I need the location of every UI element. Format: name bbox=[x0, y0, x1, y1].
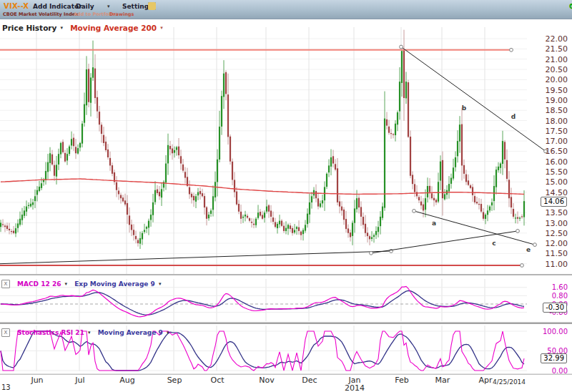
month-label-sep: Sep bbox=[167, 376, 182, 385]
candle bbox=[360, 207, 362, 217]
candle bbox=[326, 174, 327, 187]
drawing-handle[interactable] bbox=[370, 251, 373, 255]
candle bbox=[144, 230, 145, 232]
ma200-dropdown[interactable]: Moving Average 200 bbox=[70, 24, 157, 32]
chevron-down-icon[interactable]: ▾ bbox=[160, 25, 163, 31]
drawings[interactable] bbox=[0, 45, 547, 267]
drawings-link[interactable]: Drawings bbox=[109, 11, 134, 17]
lower-highs-line[interactable] bbox=[414, 211, 535, 245]
candle bbox=[51, 155, 53, 165]
candle bbox=[335, 164, 336, 170]
candle bbox=[378, 227, 379, 232]
candle bbox=[169, 146, 171, 150]
change-text: 0.74 (5.56%) bbox=[569, 2, 572, 10]
month-label-oct: Oct bbox=[210, 376, 225, 385]
annotation-letter-a[interactable]: a bbox=[432, 220, 436, 227]
candle bbox=[71, 139, 72, 145]
candle bbox=[371, 237, 373, 239]
candle bbox=[487, 210, 488, 215]
candle bbox=[142, 233, 143, 240]
drawing-handle[interactable] bbox=[510, 48, 513, 52]
candle bbox=[232, 162, 233, 180]
chevron-down-icon[interactable]: ▾ bbox=[107, 4, 110, 9]
macd-tick-label: 1.60 bbox=[552, 283, 568, 291]
candle bbox=[118, 191, 119, 195]
price-tick-label: 21.50 bbox=[546, 44, 568, 54]
chevron-down-icon[interactable]: ▾ bbox=[88, 330, 91, 335]
close-macd-pane-button[interactable]: X bbox=[1, 280, 10, 288]
candle bbox=[221, 96, 222, 127]
notes-icon[interactable] bbox=[148, 2, 156, 10]
candle bbox=[455, 157, 456, 167]
chevron-down-icon[interactable]: ▾ bbox=[60, 25, 63, 31]
candle bbox=[292, 228, 293, 233]
candle bbox=[408, 82, 409, 137]
candle bbox=[328, 165, 330, 172]
candle bbox=[390, 133, 392, 134]
candle bbox=[159, 192, 160, 196]
candle bbox=[354, 208, 355, 222]
candle bbox=[193, 196, 194, 200]
candle bbox=[448, 184, 450, 191]
candle bbox=[210, 210, 212, 214]
candle bbox=[463, 165, 465, 174]
candle bbox=[195, 196, 197, 202]
price-tick-label: 11.50 bbox=[546, 249, 568, 258]
annotation-letter-e[interactable]: e bbox=[526, 246, 531, 253]
candle bbox=[320, 203, 321, 207]
chevron-down-icon[interactable]: ▾ bbox=[159, 281, 162, 287]
candle bbox=[414, 184, 415, 192]
candle bbox=[131, 225, 132, 230]
candle bbox=[84, 104, 85, 123]
month-label-aug: Aug bbox=[119, 376, 134, 385]
price-history-dropdown[interactable]: Price History bbox=[2, 24, 56, 32]
candle bbox=[322, 200, 323, 203]
long-support-line[interactable] bbox=[0, 251, 391, 264]
macd-signal-dropdown[interactable]: Exp Moving Average 9 bbox=[74, 280, 155, 288]
annotation-letter-c[interactable]: c bbox=[492, 240, 495, 247]
annotation-letter-d[interactable]: d bbox=[511, 113, 516, 120]
candle bbox=[206, 207, 207, 219]
period-dropdown[interactable]: Daily bbox=[76, 3, 94, 10]
candle bbox=[343, 210, 345, 220]
candle bbox=[4, 225, 6, 227]
candle bbox=[234, 180, 235, 192]
candle bbox=[238, 204, 240, 212]
price-tick-label: 13.00 bbox=[546, 219, 568, 228]
candle bbox=[77, 148, 79, 153]
candle bbox=[39, 187, 40, 191]
candle bbox=[285, 228, 287, 231]
candle bbox=[6, 225, 8, 229]
drawing-handle[interactable] bbox=[400, 45, 403, 49]
candle bbox=[279, 221, 280, 225]
macd-tick-label: 0.80 bbox=[552, 292, 568, 300]
drawing-handle[interactable] bbox=[521, 264, 524, 268]
candle bbox=[2, 224, 4, 225]
macd-dropdown[interactable]: MACD 12 26 bbox=[17, 280, 61, 288]
candle bbox=[152, 202, 154, 215]
candle bbox=[416, 192, 418, 196]
candle bbox=[135, 236, 137, 239]
candle bbox=[502, 141, 503, 164]
candle bbox=[82, 124, 83, 144]
feb-high-downtrend[interactable] bbox=[401, 47, 546, 152]
close-stoch-pane-button[interactable]: X bbox=[1, 328, 10, 337]
candle bbox=[317, 198, 319, 206]
candle bbox=[73, 138, 74, 147]
candle bbox=[468, 180, 469, 185]
candle bbox=[508, 180, 510, 198]
chevron-down-icon[interactable]: ▾ bbox=[65, 281, 68, 287]
stoch-dropdown[interactable]: Stochastics RSI 21 bbox=[17, 329, 84, 336]
drawing-handle[interactable] bbox=[516, 230, 520, 233]
candle bbox=[309, 202, 310, 215]
annotation-letter-b[interactable]: b bbox=[462, 104, 467, 112]
chevron-down-icon[interactable]: ▾ bbox=[167, 330, 169, 335]
add-indicator-button[interactable]: Add Indicator bbox=[33, 3, 82, 10]
candle bbox=[34, 196, 36, 201]
stoch-ma-dropdown[interactable]: Moving Average 9 bbox=[98, 329, 163, 336]
drawing-handle[interactable] bbox=[413, 210, 416, 213]
candle bbox=[133, 230, 134, 235]
drawing-handle[interactable] bbox=[533, 243, 537, 247]
candle bbox=[478, 204, 480, 205]
candle bbox=[367, 232, 368, 236]
